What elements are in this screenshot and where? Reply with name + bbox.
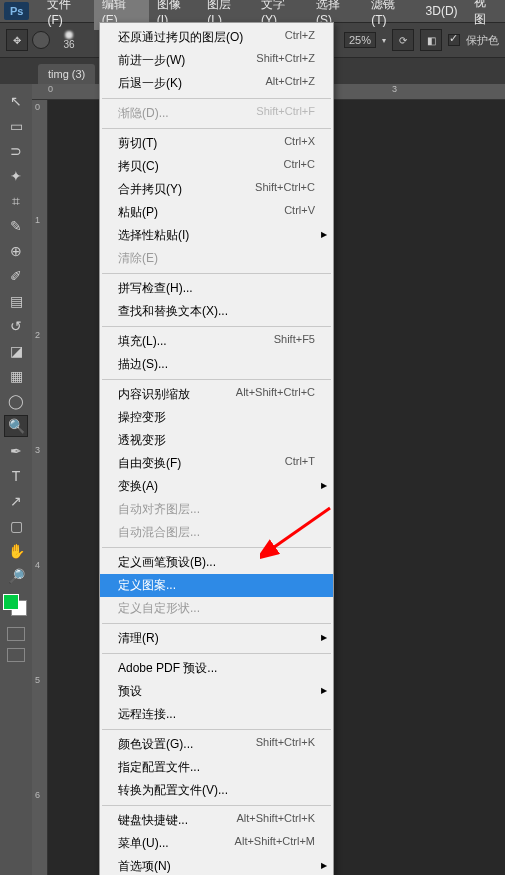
menu-separator — [102, 98, 331, 99]
menu-item-19[interactable]: 内容识别缩放Alt+Shift+Ctrl+C — [100, 383, 333, 406]
menu-item-label: 选择性粘贴(I) — [118, 227, 189, 244]
flow-icon[interactable]: ⟳ — [392, 29, 414, 51]
eraser-tool-icon[interactable]: ◪ — [4, 340, 28, 362]
menu-item-38[interactable]: 指定配置文件... — [100, 756, 333, 779]
marquee-tool-icon[interactable]: ▭ — [4, 115, 28, 137]
menu-item-label: 剪切(T) — [118, 135, 157, 152]
ruler-h-tick: 0 — [48, 84, 53, 94]
menu-item-shortcut: Alt+Shift+Ctrl+K — [236, 812, 315, 829]
menu-item-shortcut: Ctrl+C — [284, 158, 315, 175]
eyedropper-tool-icon[interactable]: ✎ — [4, 215, 28, 237]
menu-item-label: 还原通过拷贝的图层(O) — [118, 29, 243, 46]
move-tool-icon[interactable]: ↖ — [4, 90, 28, 112]
tool-preset-icon[interactable]: ✥ — [6, 29, 28, 51]
menu-filter[interactable]: 滤镜(T) — [363, 0, 417, 30]
dodge-tool-icon[interactable]: 🔍 — [4, 415, 28, 437]
menu-item-label: 自动对齐图层... — [118, 501, 200, 518]
brush-dot-icon — [65, 31, 73, 39]
history-brush-tool-icon[interactable]: ↺ — [4, 315, 28, 337]
menu-item-37[interactable]: 颜色设置(G)...Shift+Ctrl+K — [100, 733, 333, 756]
edit-dropdown-menu: 还原通过拷贝的图层(O)Ctrl+Z前进一步(W)Shift+Ctrl+Z后退一… — [99, 22, 334, 875]
menu-item-28[interactable]: 定义图案... — [100, 574, 333, 597]
menu-item-13[interactable]: 拼写检查(H)... — [100, 277, 333, 300]
menu-item-8[interactable]: 合并拷贝(Y)Shift+Ctrl+C — [100, 178, 333, 201]
menu-item-20[interactable]: 操控变形 — [100, 406, 333, 429]
menu-item-43[interactable]: 首选项(N) — [100, 855, 333, 875]
menu-item-1[interactable]: 前进一步(W)Shift+Ctrl+Z — [100, 49, 333, 72]
menu-item-42[interactable]: 菜单(U)...Alt+Shift+Ctrl+M — [100, 832, 333, 855]
zoom-tool-icon[interactable]: 🔎 — [4, 565, 28, 587]
protect-checkbox[interactable] — [448, 34, 460, 46]
menu-item-label: 颜色设置(G)... — [118, 736, 193, 753]
hand-tool-icon[interactable]: ✋ — [4, 540, 28, 562]
menu-item-17[interactable]: 描边(S)... — [100, 353, 333, 376]
menu-item-shortcut: Shift+Ctrl+F — [256, 105, 315, 122]
menu-item-label: 定义图案... — [118, 577, 176, 594]
menu-item-10[interactable]: 选择性粘贴(I) — [100, 224, 333, 247]
blur-tool-icon[interactable]: ◯ — [4, 390, 28, 412]
menu-item-label: 拷贝(C) — [118, 158, 159, 175]
menu-item-41[interactable]: 键盘快捷键...Alt+Shift+Ctrl+K — [100, 809, 333, 832]
stamp-tool-icon[interactable]: ▤ — [4, 290, 28, 312]
menu-item-29: 定义自定形状... — [100, 597, 333, 620]
menu-separator — [102, 653, 331, 654]
menu-item-label: 定义画笔预设(B)... — [118, 554, 216, 571]
crop-tool-icon[interactable]: ⌗ — [4, 190, 28, 212]
menu-item-33[interactable]: Adobe PDF 预设... — [100, 657, 333, 680]
color-swatches[interactable] — [3, 594, 29, 620]
menu-item-label: 内容识别缩放 — [118, 386, 190, 403]
menu-item-label: 首选项(N) — [118, 858, 171, 875]
menu-item-6[interactable]: 剪切(T)Ctrl+X — [100, 132, 333, 155]
ruler-v-tick: 5 — [35, 675, 40, 685]
menu-item-9[interactable]: 粘贴(P)Ctrl+V — [100, 201, 333, 224]
menu-item-34[interactable]: 预设 — [100, 680, 333, 703]
gradient-tool-icon[interactable]: ▦ — [4, 365, 28, 387]
menu-item-7[interactable]: 拷贝(C)Ctrl+C — [100, 155, 333, 178]
menu-item-23[interactable]: 变换(A) — [100, 475, 333, 498]
menu-item-label: 菜单(U)... — [118, 835, 169, 852]
menu-item-shortcut: Shift+F5 — [274, 333, 315, 350]
menu-item-label: Adobe PDF 预设... — [118, 660, 217, 677]
ruler-vertical: 0 1 2 3 4 5 6 — [32, 100, 48, 875]
brush-tool-icon[interactable]: ✐ — [4, 265, 28, 287]
type-tool-icon[interactable]: T — [4, 465, 28, 487]
brush-mode-icon[interactable] — [32, 31, 50, 49]
menu-item-14[interactable]: 查找和替换文本(X)... — [100, 300, 333, 323]
menu-3d[interactable]: 3D(D) — [418, 1, 466, 21]
screenmode-icon[interactable] — [7, 648, 25, 662]
menu-item-39[interactable]: 转换为配置文件(V)... — [100, 779, 333, 802]
menu-item-0[interactable]: 还原通过拷贝的图层(O)Ctrl+Z — [100, 26, 333, 49]
menu-item-label: 自由变换(F) — [118, 455, 181, 472]
menu-item-31[interactable]: 清理(R) — [100, 627, 333, 650]
menu-item-16[interactable]: 填充(L)...Shift+F5 — [100, 330, 333, 353]
menu-item-label: 预设 — [118, 683, 142, 700]
foreground-swatch[interactable] — [3, 594, 19, 610]
heal-tool-icon[interactable]: ⊕ — [4, 240, 28, 262]
pen-tool-icon[interactable]: ✒ — [4, 440, 28, 462]
menu-item-label: 前进一步(W) — [118, 52, 185, 69]
ruler-v-tick: 1 — [35, 215, 40, 225]
menu-separator — [102, 623, 331, 624]
airbrush-icon[interactable]: ◧ — [420, 29, 442, 51]
brush-size-value: 36 — [63, 39, 74, 50]
menu-item-shortcut: Ctrl+T — [285, 455, 315, 472]
ruler-v-tick: 4 — [35, 560, 40, 570]
dropdown-caret-icon[interactable]: ▾ — [382, 36, 386, 45]
menu-item-2[interactable]: 后退一步(K)Alt+Ctrl+Z — [100, 72, 333, 95]
menu-item-35[interactable]: 远程连接... — [100, 703, 333, 726]
brush-preview[interactable]: 36 — [54, 26, 84, 54]
app-logo: Ps — [4, 2, 29, 20]
opacity-value[interactable]: 25% — [344, 32, 376, 48]
menu-item-21[interactable]: 透视变形 — [100, 429, 333, 452]
quickmask-icon[interactable] — [7, 627, 25, 641]
menu-item-27[interactable]: 定义画笔预设(B)... — [100, 551, 333, 574]
shape-tool-icon[interactable]: ▢ — [4, 515, 28, 537]
menu-item-shortcut: Ctrl+Z — [285, 29, 315, 46]
lasso-tool-icon[interactable]: ⊃ — [4, 140, 28, 162]
document-tab[interactable]: timg (3) — [38, 64, 95, 84]
menu-view[interactable]: 视图 — [466, 0, 505, 31]
menu-item-shortcut: Ctrl+V — [284, 204, 315, 221]
menu-item-22[interactable]: 自由变换(F)Ctrl+T — [100, 452, 333, 475]
path-tool-icon[interactable]: ↗ — [4, 490, 28, 512]
wand-tool-icon[interactable]: ✦ — [4, 165, 28, 187]
